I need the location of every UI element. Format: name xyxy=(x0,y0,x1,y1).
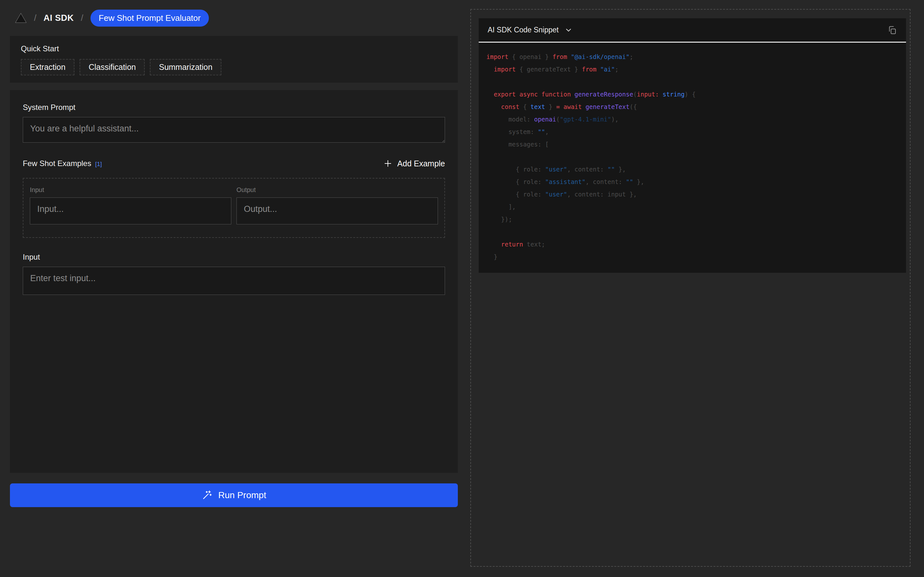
system-prompt-label: System Prompt xyxy=(23,103,445,112)
run-prompt-button[interactable]: Run Prompt xyxy=(10,484,458,507)
breadcrumb-current-pill: Few Shot Prompt Evaluator xyxy=(90,10,209,27)
code-line: } xyxy=(486,251,903,263)
code-snippet-header: AI SDK Code Snippet xyxy=(479,18,906,42)
code-line: model: openai("gpt-4.1-mini"), xyxy=(486,113,903,126)
example-input-label: Input xyxy=(30,186,231,193)
code-line: ], xyxy=(486,201,903,213)
breadcrumb: / AI SDK / Few Shot Prompt Evaluator xyxy=(15,10,209,26)
quick-start-extraction-button[interactable]: Extraction xyxy=(21,59,74,75)
app-root: { "breadcrumb": { "separator": "/", "pro… xyxy=(0,0,924,577)
quick-start-title: Quick Start xyxy=(21,44,447,53)
code-snippet-title: AI SDK Code Snippet xyxy=(488,26,559,34)
prompt-form-section: System Prompt Few Shot Examples [1] Add … xyxy=(10,90,458,473)
add-example-label: Add Example xyxy=(397,159,445,168)
run-prompt-label: Run Prompt xyxy=(218,490,266,500)
quick-start-classification-button[interactable]: Classification xyxy=(79,59,145,75)
few-shot-label: Few Shot Examples xyxy=(23,159,91,168)
code-card: AI SDK Code Snippet import { openai } fr… xyxy=(479,18,906,273)
quick-start-buttons: Extraction Classification Summarization xyxy=(21,59,447,75)
code-line: { role: "assistant", content: "" }, xyxy=(486,176,903,188)
code-line: system: "", xyxy=(486,126,903,138)
code-line: import { generateText } from "ai"; xyxy=(486,63,903,76)
few-shot-count-badge: [1] xyxy=(95,161,102,168)
copy-code-button[interactable] xyxy=(887,25,897,35)
example-input-textarea[interactable] xyxy=(30,197,231,224)
quick-start-section: Quick Start Extraction Classification Su… xyxy=(10,36,458,83)
few-shot-example-card: Input Output xyxy=(23,178,445,238)
code-line: return text; xyxy=(486,238,903,251)
code-line: { role: "user", content: "" }, xyxy=(486,163,903,176)
few-shot-header: Few Shot Examples [1] Add Example xyxy=(23,159,445,168)
example-output-textarea[interactable] xyxy=(236,197,438,224)
quick-start-summarization-button[interactable]: Summarization xyxy=(150,59,221,75)
code-line xyxy=(486,151,903,163)
chevron-down-icon xyxy=(564,26,573,34)
example-output-label: Output xyxy=(236,186,438,193)
plus-icon xyxy=(383,159,393,168)
test-input-field[interactable] xyxy=(23,267,445,295)
breadcrumb-project[interactable]: AI SDK xyxy=(44,13,74,23)
code-line: { role: "user", content: input }, xyxy=(486,188,903,201)
test-input-label: Input xyxy=(23,253,445,261)
code-line: export async function generateResponse(i… xyxy=(486,88,903,101)
copy-icon xyxy=(887,25,897,35)
add-example-button[interactable]: Add Example xyxy=(383,159,445,168)
code-panel: AI SDK Code Snippet import { openai } fr… xyxy=(470,9,911,567)
code-line xyxy=(486,226,903,238)
code-block: import { openai } from "@ai-sdk/openai";… xyxy=(479,43,906,273)
system-prompt-textarea[interactable] xyxy=(23,117,445,143)
breadcrumb-separator: / xyxy=(34,13,37,23)
triangle-logo-icon[interactable] xyxy=(15,13,27,23)
code-line: const { text } = await generateText({ xyxy=(486,101,903,113)
code-line: }); xyxy=(486,213,903,226)
wand-sparkles-icon xyxy=(202,490,212,501)
code-line: messages: [ xyxy=(486,138,903,151)
code-snippet-selector[interactable]: AI SDK Code Snippet xyxy=(488,26,573,34)
breadcrumb-separator: / xyxy=(81,13,83,23)
code-line: import { openai } from "@ai-sdk/openai"; xyxy=(486,51,903,63)
code-line xyxy=(486,76,903,88)
